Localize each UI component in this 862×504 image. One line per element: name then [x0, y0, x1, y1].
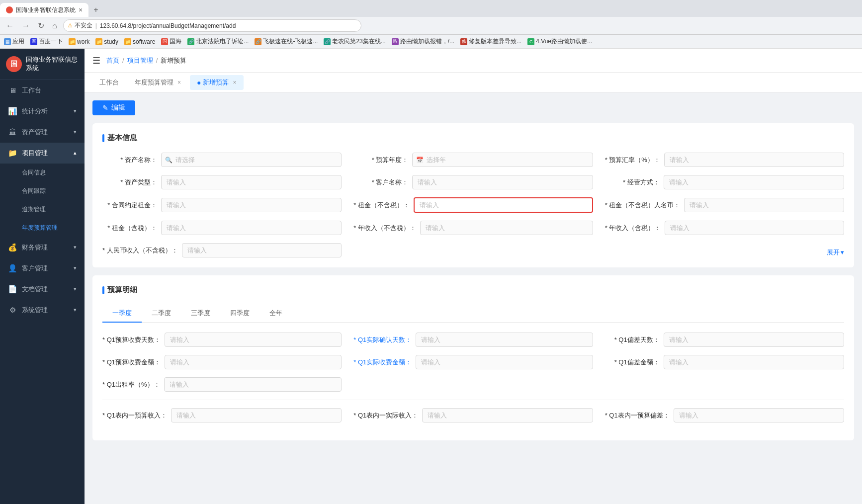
- app-container: 国 国海业务智联信息系统 🖥 工作台 📊 统计分析 ▾ 🏛 资产管理 ▾ 📁 项…: [0, 49, 862, 504]
- bookmark-farmer[interactable]: 🔗 老农民第23集在线...: [324, 37, 385, 46]
- q1-diff-days-label: * Q1偏差天数：: [605, 336, 660, 344]
- budget-detail-section: 预算明细 一季度 二季度 三季度 四季度 全: [92, 275, 854, 440]
- chevron-down-icon: ▾: [74, 286, 77, 292]
- sidebar-sub-item-annual-budget[interactable]: 年度预算管理: [0, 219, 85, 237]
- active-tab[interactable]: 国海业务智联信息系统 ×: [0, 3, 88, 17]
- bookmark-guohai[interactable]: 国 国海: [161, 37, 181, 46]
- sidebar-item-finance[interactable]: 💰 财务管理 ▾: [0, 237, 85, 258]
- sidebar-item-workbench[interactable]: 🖥 工作台: [0, 80, 85, 101]
- tab-close-icon[interactable]: ×: [177, 79, 181, 86]
- expand-button[interactable]: 展开 ▾: [827, 248, 844, 257]
- edit-button[interactable]: ✎ 编辑: [92, 100, 135, 115]
- sidebar-sub-item-overdue[interactable]: 逾期管理: [0, 200, 85, 219]
- breadcrumb: 首页 / 项目管理 / 新增预算: [106, 56, 186, 65]
- q1-actual-amount-input[interactable]: [416, 355, 593, 369]
- security-icon: ⚠: [68, 22, 73, 29]
- rent-notax-input[interactable]: [414, 197, 593, 213]
- bookmark-software[interactable]: 📁 software: [124, 38, 155, 45]
- tab-add-budget[interactable]: ● 新增预算 ×: [190, 75, 243, 90]
- rent-tax-input[interactable]: [161, 221, 342, 235]
- rent-notax-label: * 租金（不含税）：: [353, 201, 410, 210]
- sidebar-item-documents[interactable]: 📄 文档管理 ▾: [0, 279, 85, 300]
- tab-annual-budget[interactable]: 年度预算管理 ×: [128, 75, 188, 90]
- tab-full-year[interactable]: 全年: [259, 305, 292, 323]
- bookmark-router1[interactable]: 路 路由懒加载报错，/...: [392, 37, 454, 46]
- address-input[interactable]: ⚠ 不安全 | 123.60.64.8/project/annualBudget…: [63, 19, 361, 32]
- customers-icon: 👤: [8, 264, 17, 273]
- budget-rate-field: * 预算汇率（%）：: [605, 153, 844, 167]
- annual-income-notax-label: * 年收入（不含税）：: [353, 224, 416, 233]
- sidebar-sub-label: 合同信息: [22, 169, 46, 176]
- q1-inner-budget-input[interactable]: [171, 408, 342, 422]
- tab-q4[interactable]: 四季度: [220, 305, 259, 323]
- q1-budget-days-input[interactable]: [165, 333, 342, 347]
- q1-occupancy-input[interactable]: [164, 377, 342, 392]
- bookmark-flyspeed[interactable]: 🔗 飞极速在线-飞极速...: [255, 37, 318, 46]
- sidebar-sub-item-tracking[interactable]: 合同跟踪: [0, 182, 85, 200]
- asset-name-input[interactable]: [161, 153, 342, 167]
- bookmark-fix[interactable]: 修 修复版本差异导致...: [460, 37, 521, 46]
- q1-budget-days-label: * Q1预算收费天数：: [102, 336, 161, 344]
- home-button[interactable]: ⌂: [50, 20, 59, 31]
- asset-type-input[interactable]: [161, 175, 342, 189]
- q1-diff-days-input[interactable]: [664, 333, 844, 347]
- q1-inner-actual-field: * Q1表内一实际收入：: [353, 408, 593, 422]
- tab-close-button[interactable]: ×: [79, 6, 83, 14]
- back-button[interactable]: ←: [4, 20, 16, 31]
- q1-budget-amount-input[interactable]: [165, 355, 342, 369]
- new-tab-button[interactable]: +: [88, 3, 103, 17]
- sidebar-item-projects[interactable]: 📁 项目管理 ▴: [0, 143, 85, 164]
- link-icon: 修: [460, 38, 467, 45]
- breadcrumb-projects[interactable]: 项目管理: [127, 56, 153, 65]
- menu-icon[interactable]: ☰: [92, 55, 100, 66]
- asset-name-input-wrapper: 🔍: [161, 153, 342, 167]
- contract-rent-input[interactable]: [161, 198, 342, 212]
- q1-row-4: * Q1表内一预算收入： * Q1表内一实际收入： * Q1表内一预算偏差：: [102, 408, 844, 422]
- sidebar-item-system[interactable]: ⚙ 系统管理 ▾: [0, 300, 85, 321]
- q1-row-1: * Q1预算收费天数： * Q1实际确认天数： * Q1偏差天数：: [102, 333, 844, 347]
- full-year-tab-label: 全年: [269, 309, 282, 317]
- sidebar-item-stats[interactable]: 📊 统计分析 ▾: [0, 101, 85, 122]
- q1-occupancy-label: * Q1出租率（%）：: [102, 380, 160, 389]
- tab-label: 年度预算管理: [135, 78, 173, 87]
- bookmark-vue[interactable]: C 4.Vue路由懒加载使...: [527, 37, 592, 46]
- form-row-4: * 租金（含税）： * 年收入（不含税）： * 年收入（含税）：: [102, 221, 844, 235]
- forward-button[interactable]: →: [20, 20, 32, 31]
- q1-diff-amount-input[interactable]: [664, 355, 844, 369]
- sidebar-item-label: 资产管理: [22, 128, 69, 137]
- breadcrumb-home[interactable]: 首页: [106, 56, 119, 65]
- sidebar-item-label: 项目管理: [22, 149, 69, 158]
- customer-name-input[interactable]: [412, 175, 593, 189]
- budget-rate-input[interactable]: [664, 153, 844, 167]
- tab-workbench[interactable]: 工作台: [92, 75, 126, 90]
- sidebar-item-assets[interactable]: 🏛 资产管理 ▾: [0, 122, 85, 143]
- rent-notax-rmb-input[interactable]: [684, 198, 844, 212]
- bookmark-work[interactable]: 📁 work: [69, 38, 89, 45]
- bookmark-apps[interactable]: ▦ 应用: [4, 37, 24, 46]
- tab-q1[interactable]: 一季度: [102, 305, 142, 323]
- operation-mode-input[interactable]: [664, 175, 844, 189]
- bookmark-baidu[interactable]: 百 百度一下: [30, 37, 63, 46]
- tab-q2[interactable]: 二季度: [142, 305, 181, 323]
- quarter-tabs: 一季度 二季度 三季度 四季度 全年: [102, 305, 844, 323]
- budget-year-input-wrapper: 📅: [412, 153, 593, 167]
- rmb-income-notax-input[interactable]: [182, 243, 342, 257]
- bookmark-court[interactable]: 🔗 北京法院电子诉讼...: [187, 37, 249, 46]
- address-text: 123.60.64.8/project/annualBudgetManageme…: [100, 22, 236, 29]
- sidebar-sub-item-contracts[interactable]: 合同信息: [0, 164, 85, 182]
- bookmark-study[interactable]: 📁 study: [95, 38, 118, 45]
- tab-close-icon[interactable]: ×: [233, 79, 236, 86]
- q1-inner-actual-input[interactable]: [422, 408, 593, 422]
- calendar-icon: 📅: [416, 157, 424, 164]
- sidebar-sub-label: 年度预算管理: [22, 224, 58, 231]
- annual-income-tax-input[interactable]: [665, 221, 844, 235]
- budget-year-input[interactable]: [412, 153, 593, 167]
- reload-button[interactable]: ↻: [36, 20, 46, 31]
- q1-inner-diff-input[interactable]: [674, 408, 844, 422]
- q1-actual-days-input[interactable]: [416, 333, 593, 347]
- sidebar-item-customers[interactable]: 👤 客户管理 ▾: [0, 258, 85, 279]
- annual-income-notax-input[interactable]: [420, 221, 593, 235]
- security-label: 不安全: [75, 21, 92, 30]
- tab-q3[interactable]: 三季度: [181, 305, 220, 323]
- q2-tab-label: 二季度: [152, 309, 171, 317]
